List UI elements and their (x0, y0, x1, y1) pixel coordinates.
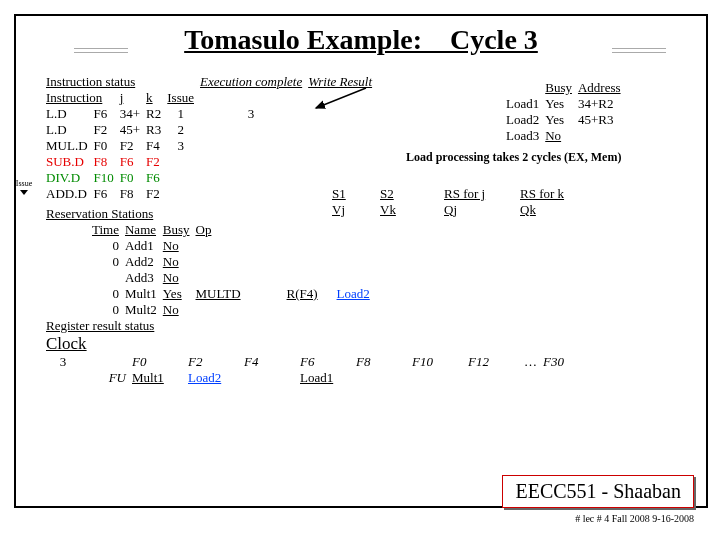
decorative-ticks-right (612, 48, 666, 54)
col-instruction: Instruction (46, 90, 120, 106)
slide-frame: Tomasulo Example: Cycle 3 Issue Instruct… (14, 14, 708, 508)
load-row: Load2Yes45+R3 (506, 112, 627, 128)
reservation-row: 0Mult2No (92, 302, 401, 318)
register-status-block: Clock 3F0F2F4F6F8F10F12…F30FUMult1Load2L… (46, 334, 570, 386)
col-op: Op (196, 222, 247, 238)
reservation-row: 0Add2No (92, 254, 401, 270)
reg-fu-row: FUMult1Load2Load1 (46, 370, 570, 386)
reservation-row: 0Add1No (92, 238, 401, 254)
reservation-heading: Reservation Stations (46, 206, 153, 221)
issue-arrow-icon (20, 190, 28, 195)
issue-marker-label: Issue (16, 179, 32, 188)
col-write-top: Write Result (308, 74, 378, 90)
col-name: Name (125, 222, 163, 238)
reservation-row: 0Mult1YesMULTDR(F4)Load2 (92, 286, 401, 302)
col-issue: Issue (167, 90, 200, 106)
instruction-row: L.DF634+R213 (46, 106, 378, 122)
load-col-addr: Address (578, 80, 627, 96)
rs-col-headers: S1 S2 RS for j RS for k Vj Vk Qj Qk (332, 186, 570, 218)
decorative-ticks-left (74, 48, 128, 54)
reg-header-row: 3F0F2F4F6F8F10F12…F30 (46, 354, 570, 370)
instruction-status-table: Instruction status Execution complete Wr… (46, 74, 378, 202)
reg-status-heading: Register result status (46, 318, 154, 333)
reservation-row: Add3No (92, 270, 401, 286)
col-exec-top: Execution complete (200, 74, 308, 90)
load-row: Load3No (506, 128, 627, 144)
footer-course-text: EECC551 - Shaaban (515, 480, 681, 502)
load-note: Load processing takes 2 cycles (EX, Mem) (406, 150, 621, 165)
footer-meta-line: # lec # 4 Fall 2008 9-16-2008 (575, 513, 694, 524)
col-k: k (146, 90, 167, 106)
col-qk (395, 222, 401, 238)
col-time: Time (92, 222, 125, 238)
instruction-row: SUB.DF8F6F2 (46, 154, 378, 170)
load-col-busy: Busy (545, 80, 578, 96)
instruction-row: MUL.DF0F2F43 (46, 138, 378, 154)
col-vj (247, 222, 287, 238)
col-busy: Busy (163, 222, 196, 238)
reservation-table: Time Name Busy Op 0Add1No0Add2NoAdd3No0M… (92, 222, 401, 318)
col-qj (337, 222, 395, 238)
instruction-row: L.DF245+R32 (46, 122, 378, 138)
load-row: Load1Yes34+R2 (506, 96, 627, 112)
instruction-row: DIV.DF10F0F6 (46, 170, 378, 186)
instr-status-heading: Instruction status (46, 74, 167, 90)
col-vk (287, 222, 337, 238)
issue-marker: Issue (9, 180, 39, 196)
instruction-row: ADD.DF6F8F2 (46, 186, 378, 202)
footer-course-box: EECC551 - Shaaban (502, 475, 694, 508)
clock-label: Clock (46, 334, 93, 354)
load-table: Busy Address Load1Yes34+R2Load2Yes45+R3L… (506, 80, 627, 144)
col-j: j (120, 90, 146, 106)
